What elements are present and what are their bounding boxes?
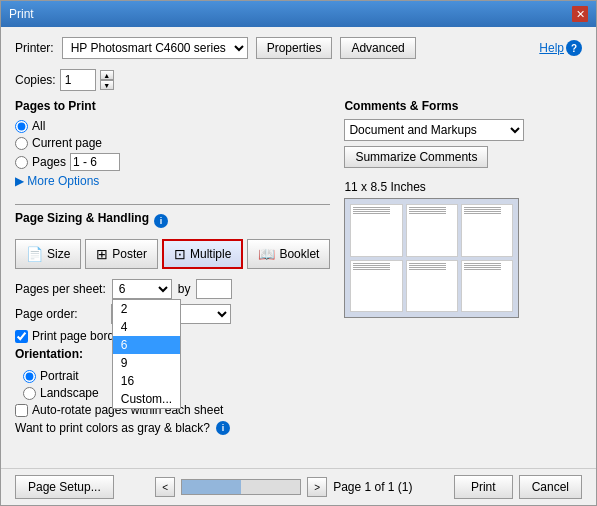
title-bar: Print ✕ (1, 1, 596, 27)
booklet-button[interactable]: 📖 Booklet (247, 239, 330, 269)
next-page-button[interactable]: > (307, 477, 327, 497)
multiple-icon: ⊡ (174, 246, 186, 262)
current-radio[interactable] (15, 137, 28, 150)
bottom-left: Page Setup... (15, 475, 114, 499)
current-radio-row: Current page (15, 136, 330, 150)
multiple-label: Multiple (190, 247, 231, 261)
summarize-button[interactable]: Summarize Comments (344, 146, 488, 168)
multiple-button[interactable]: ⊡ Multiple (162, 239, 243, 269)
print-page-borders-checkbox[interactable] (15, 330, 28, 343)
pages-per-sheet-dropdown: 2 4 6 9 16 Custom... (112, 299, 181, 409)
option-16[interactable]: 16 (113, 372, 180, 390)
properties-button[interactable]: Properties (256, 37, 333, 59)
preview-page-1 (350, 204, 402, 257)
auto-rotate-checkbox[interactable] (15, 404, 28, 417)
option-9[interactable]: 9 (113, 354, 180, 372)
landscape-radio[interactable] (23, 387, 36, 400)
page-nav: < > Page 1 of 1 (1) (114, 477, 454, 497)
preview-page-2 (406, 204, 458, 257)
cancel-button[interactable]: Cancel (519, 475, 582, 499)
all-label: All (32, 119, 45, 133)
help-link[interactable]: Help ? (539, 40, 582, 56)
pages-radio[interactable] (15, 156, 28, 169)
page-order-label: Page order: (15, 307, 105, 321)
page-label: Page 1 of 1 (1) (333, 480, 412, 494)
close-button[interactable]: ✕ (572, 6, 588, 22)
gray-info-icon[interactable]: i (216, 421, 230, 435)
page-sizing-header: Page Sizing & Handling i (15, 211, 330, 231)
pages-per-sheet-dropdown-container: 6 2 4 6 9 16 Custom... (112, 279, 172, 299)
right-panel: Comments & Forms Document and Markups Su… (344, 99, 582, 458)
poster-button[interactable]: ⊞ Poster (85, 239, 158, 269)
booklet-icon: 📖 (258, 246, 275, 262)
orientation-label: Orientation: (15, 347, 105, 361)
page-setup-button[interactable]: Page Setup... (15, 475, 114, 499)
by-input[interactable] (196, 279, 232, 299)
copies-spinner: ▲ ▼ (100, 70, 114, 90)
pages-section: Pages to Print All Current page Pages (15, 99, 330, 188)
pages-per-sheet-select[interactable]: 6 (112, 279, 172, 299)
print-button[interactable]: Print (454, 475, 513, 499)
more-options[interactable]: ▶ More Options (15, 174, 330, 188)
pages-per-sheet-row: Pages per sheet: 6 2 4 6 9 16 Custom... (15, 279, 330, 299)
comments-select[interactable]: Document and Markups (344, 119, 524, 141)
preview-size-label: 11 x 8.5 Inches (344, 180, 582, 194)
landscape-label: Landscape (40, 386, 99, 400)
copies-input[interactable] (60, 69, 96, 91)
size-icon: 📄 (26, 246, 43, 262)
preview-area: 11 x 8.5 Inches (344, 180, 582, 458)
printer-row: Printer: HP Photosmart C4600 series Prop… (15, 37, 582, 59)
pages-input[interactable] (70, 153, 120, 171)
gray-row: Want to print colors as gray & black? i (15, 421, 330, 435)
pages-radio-row: Pages (15, 153, 330, 171)
left-panel: Pages to Print All Current page Pages (15, 99, 330, 458)
copies-row: Copies: ▲ ▼ (15, 69, 582, 91)
mode-buttons: 📄 Size ⊞ Poster ⊡ Multiple 📖 Booklet (15, 239, 330, 269)
page-slider[interactable] (181, 479, 301, 495)
pages-per-sheet-label: Pages per sheet: (15, 282, 106, 296)
help-icon: ? (566, 40, 582, 56)
size-label: Size (47, 247, 70, 261)
dialog-title: Print (9, 7, 34, 21)
by-label: by (178, 282, 191, 296)
comments-title: Comments & Forms (344, 99, 582, 113)
booklet-label: Booklet (279, 247, 319, 261)
poster-label: Poster (112, 247, 147, 261)
all-radio-row: All (15, 119, 330, 133)
separator (15, 204, 330, 205)
bottom-right: Print Cancel (454, 475, 582, 499)
prev-page-button[interactable]: < (155, 477, 175, 497)
option-4[interactable]: 4 (113, 318, 180, 336)
preview-page-4 (350, 260, 402, 313)
option-2[interactable]: 2 (113, 300, 180, 318)
copies-up-button[interactable]: ▲ (100, 70, 114, 80)
option-custom[interactable]: Custom... (113, 390, 180, 408)
comments-section: Comments & Forms Document and Markups Su… (344, 99, 582, 168)
bottom-bar: Page Setup... < > Page 1 of 1 (1) Print … (1, 468, 596, 505)
option-6[interactable]: 6 (113, 336, 180, 354)
main-content: Pages to Print All Current page Pages (15, 99, 582, 458)
portrait-label: Portrait (40, 369, 79, 383)
print-dialog: Print ✕ Printer: HP Photosmart C4600 ser… (0, 0, 597, 506)
printer-select[interactable]: HP Photosmart C4600 series (62, 37, 248, 59)
info-icon[interactable]: i (154, 214, 168, 228)
advanced-button[interactable]: Advanced (340, 37, 415, 59)
size-button[interactable]: 📄 Size (15, 239, 81, 269)
portrait-radio[interactable] (23, 370, 36, 383)
preview-page-6 (461, 260, 513, 313)
pages-range-label: Pages (32, 155, 66, 169)
poster-icon: ⊞ (96, 246, 108, 262)
copies-label: Copies: (15, 73, 56, 87)
preview-page-5 (406, 260, 458, 313)
page-sizing-title: Page Sizing & Handling (15, 211, 149, 225)
copies-down-button[interactable]: ▼ (100, 80, 114, 90)
preview-page-3 (461, 204, 513, 257)
pages-title: Pages to Print (15, 99, 330, 113)
dialog-body: Printer: HP Photosmart C4600 series Prop… (1, 27, 596, 468)
current-label: Current page (32, 136, 102, 150)
printer-label: Printer: (15, 41, 54, 55)
gray-label: Want to print colors as gray & black? (15, 421, 210, 435)
preview-box (344, 198, 519, 318)
help-label: Help (539, 41, 564, 55)
all-radio[interactable] (15, 120, 28, 133)
